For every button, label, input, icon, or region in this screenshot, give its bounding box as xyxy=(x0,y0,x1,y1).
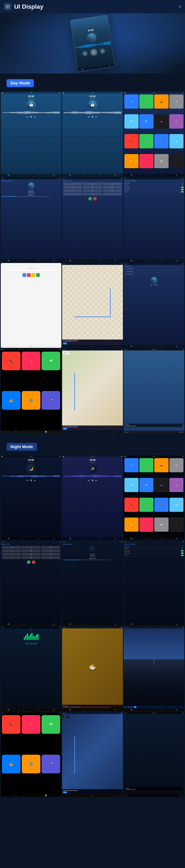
bb-navi-4[interactable]: 🗺 xyxy=(8,260,9,262)
bb-music-2[interactable]: 🎵 xyxy=(99,175,101,176)
nav-grid-btn-1[interactable]: ↑ xyxy=(125,706,126,708)
shortcut-3[interactable] xyxy=(31,273,35,277)
bt-prev[interactable]: ⏮ xyxy=(28,194,29,196)
app-weather[interactable]: 🌤 xyxy=(169,134,184,148)
app-carplay[interactable]: 🍎 xyxy=(154,134,168,148)
night-bb-home-11[interactable]: ⊙ xyxy=(92,795,94,796)
night-bb-set-1[interactable]: ⚙ xyxy=(53,538,54,539)
night-num-8[interactable]: 8 xyxy=(22,553,41,556)
call-end[interactable]: 📵 xyxy=(93,197,97,200)
night-cp-music[interactable]: ♪ xyxy=(22,715,41,734)
night-go-button[interactable]: GO xyxy=(63,792,67,793)
bb-navi-2[interactable]: 🗺 xyxy=(69,175,71,176)
night-app-7[interactable]: 🚗 xyxy=(154,478,168,492)
bb-navi-1[interactable]: 🗺 xyxy=(8,175,9,176)
num-9[interactable]: 9 xyxy=(103,189,122,192)
night-bb-set-7[interactable]: ⚙ xyxy=(53,709,54,711)
menu-button[interactable] xyxy=(4,3,11,10)
night-num-hash[interactable]: # xyxy=(41,556,60,559)
bb-home[interactable]: ⊙ xyxy=(31,346,32,347)
hero-next-button[interactable]: ⏭ xyxy=(100,48,106,54)
night-bb-music-5[interactable]: 🎵 xyxy=(99,623,101,625)
bt-play[interactable]: ▶ xyxy=(31,194,32,196)
app-car[interactable]: 🚗 xyxy=(154,114,168,128)
bb-dash-10[interactable]: 📊 xyxy=(45,431,47,433)
night-num-2[interactable]: 2 xyxy=(22,546,41,549)
night-app-4[interactable]: ⚙ xyxy=(169,458,184,472)
app-radio[interactable]: 📻 xyxy=(169,114,184,128)
night-bb-back-11[interactable]: ← xyxy=(72,795,74,796)
app-spotify[interactable]: 🎶 xyxy=(139,154,154,168)
num-5[interactable]: 5 xyxy=(83,186,102,189)
night-play-1[interactable]: ⏸ xyxy=(30,479,32,482)
night-bb-navi-7[interactable]: 🗺 xyxy=(8,709,9,711)
night-bt-prev[interactable]: ⏮ xyxy=(89,557,91,559)
night-bb-set-2[interactable]: ⚙ xyxy=(114,538,116,539)
auto-connect-toggle[interactable] xyxy=(181,189,184,190)
night-auto-answer-toggle[interactable] xyxy=(181,550,184,552)
bb-phone-4[interactable]: 📞 xyxy=(23,260,25,262)
night-play-2[interactable]: ⏸ xyxy=(91,479,94,482)
night-auto-connect-toggle[interactable] xyxy=(181,552,184,554)
night-app-9[interactable]: 📞 xyxy=(125,498,138,512)
power-toggle[interactable] xyxy=(181,191,184,192)
night-cp-phone[interactable]: 📞 xyxy=(2,715,21,734)
bb-recent-8[interactable]: □ xyxy=(112,346,113,347)
night-num-7[interactable]: 7 xyxy=(2,553,21,556)
app-phone[interactable]: 📞 xyxy=(125,134,138,148)
night-bb-set-5[interactable]: ⚙ xyxy=(114,623,116,625)
night-cp-prev[interactable]: ⏮ xyxy=(179,795,180,796)
num-7[interactable]: 7 xyxy=(63,189,82,192)
night-bt-next[interactable]: ⏭ xyxy=(94,557,96,559)
num-star[interactable]: * xyxy=(63,193,82,195)
bb-recent-11[interactable]: □ xyxy=(112,431,113,433)
night-bb-phone-3[interactable]: 📞 xyxy=(146,538,148,539)
nav-grid-btn-4[interactable]: GO xyxy=(134,706,136,708)
num-4[interactable]: 4 xyxy=(63,186,82,189)
night-app-13[interactable]: ▶ xyxy=(125,518,138,532)
night-bb-navi-6[interactable]: 🗺 xyxy=(131,623,132,625)
night-bb-set-3[interactable]: ⚙ xyxy=(176,538,177,539)
night-bb-navi-3[interactable]: 🗺 xyxy=(131,538,132,539)
night-bb-phone-5[interactable]: 📞 xyxy=(84,623,86,625)
night-bb-phone-7[interactable]: 📞 xyxy=(23,709,25,711)
night-bb-music-6[interactable]: 🎵 xyxy=(161,623,162,625)
night-bb-set-8[interactable]: ⚙ xyxy=(114,709,116,711)
night-app-16[interactable]: … xyxy=(169,518,184,532)
music-item-2[interactable]: 🎵 华乐_洞笛.mp3 xyxy=(125,270,184,273)
night-bb-navi-2[interactable]: 🗺 xyxy=(69,538,71,539)
bb-music-4[interactable]: 🎵 xyxy=(38,260,39,262)
night-bb-phone-4[interactable]: 📞 xyxy=(23,623,25,625)
bottom-apps[interactable]: ⚙ xyxy=(109,65,110,67)
bb-music-3[interactable]: 🎵 xyxy=(161,175,162,176)
bb-navi-3[interactable]: 🗺 xyxy=(131,175,132,176)
app-youtube[interactable]: ▶ xyxy=(125,154,138,168)
bb-set-1[interactable]: ⚙ xyxy=(53,175,54,176)
nav-icon[interactable]: ≡ xyxy=(179,4,181,9)
bottom-navi[interactable]: 🗺 xyxy=(82,69,83,70)
night-bb-navi-4[interactable]: 🗺 xyxy=(8,623,9,625)
go-button[interactable]: GO xyxy=(63,343,67,344)
bb-phone-2[interactable]: 📞 xyxy=(84,175,86,176)
night-app-8[interactable]: 📻 xyxy=(169,478,184,492)
night-next-1[interactable]: ⏭ xyxy=(34,479,36,481)
next-btn-1[interactable]: ⏭ xyxy=(34,116,36,118)
night-bb-music-9[interactable]: 🎵 xyxy=(161,709,162,711)
bb-navi-9[interactable]: 🗺 xyxy=(131,346,132,347)
num-hash[interactable]: # xyxy=(103,193,122,195)
night-bb-phone-8[interactable]: 📞 xyxy=(84,709,86,711)
app-waze[interactable]: 🗺 xyxy=(125,114,138,128)
bb-home-11[interactable]: ⊙ xyxy=(92,431,94,433)
night-num-1[interactable]: 1 xyxy=(2,546,21,549)
bb-set-5[interactable]: ⚙ xyxy=(114,260,116,262)
night-app-5[interactable]: 🗺 xyxy=(125,478,138,492)
night-num-9[interactable]: 9 xyxy=(41,553,60,556)
bb-phone-3[interactable]: 📞 xyxy=(146,175,148,176)
night-app-2[interactable]: ♪ xyxy=(139,458,154,472)
bb-set-2[interactable]: ⚙ xyxy=(114,175,116,176)
call-answer[interactable]: 📞 xyxy=(88,197,92,200)
bb-recent[interactable]: □ xyxy=(51,346,52,347)
bb-back[interactable]: ← xyxy=(10,346,12,347)
bottom-phone[interactable]: 📞 xyxy=(90,67,92,69)
night-call-answer[interactable]: 📞 xyxy=(27,560,30,564)
